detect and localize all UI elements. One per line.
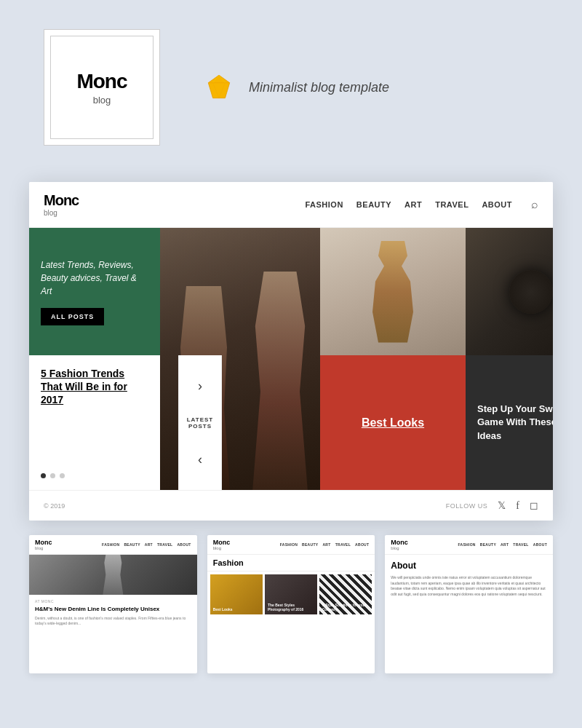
promo-cell: Latest Trends, Reviews, Beauty advices, …	[29, 228, 160, 355]
nav-item-beauty[interactable]: BEAUTY	[356, 200, 391, 209]
mini-logo-1: Monc blog	[35, 539, 52, 550]
promo-text: Latest Trends, Reviews, Beauty advices, …	[41, 258, 148, 298]
dark-figure	[466, 228, 553, 355]
mini-title-1: H&M's New Denim Line Is Completely Unise…	[35, 606, 191, 613]
mini-nav-3: Monc blog FASHION BEAUTY ART TRAVEL ABOU…	[385, 535, 553, 555]
latest-posts-overlay: › LATEST POSTS ‹	[178, 355, 222, 490]
article-content: 5 Fashion Trends That Will Be in for 201…	[41, 367, 148, 407]
search-icon[interactable]: ⌕	[531, 198, 538, 211]
top-section: Monc blog Minimalist blog template	[0, 0, 582, 175]
article-title[interactable]: 5 Fashion Trends That Will Be in for 201…	[41, 367, 148, 407]
article-cell: 5 Fashion Trends That Will Be in for 201…	[29, 355, 160, 490]
nav-item-art[interactable]: ART	[404, 200, 422, 209]
logo-brand: Monc	[76, 70, 127, 93]
bottom-screens: Monc blog FASHION BEAUTY ART TRAVEL ABOU…	[29, 535, 553, 673]
tagline-text: Minimalist blog template	[249, 80, 389, 95]
best-looks-cell[interactable]: Best Looks	[320, 355, 466, 490]
mini2-label-3: 6 Style Solutions for your Gateway	[322, 603, 369, 612]
hero-wrapper: Latest Trends, Reviews, Beauty advices, …	[29, 228, 553, 490]
tagline-section: Minimalist blog template	[204, 72, 389, 103]
mini2-card-2[interactable]: The Best Styles Photography of 2016	[265, 574, 317, 614]
mini3-title: About	[391, 561, 547, 571]
mini-screen-article: Monc blog FASHION BEAUTY ART TRAVEL ABOU…	[29, 535, 197, 673]
dot-2[interactable]	[50, 473, 55, 478]
all-posts-button[interactable]: ALL POSTS	[41, 308, 104, 325]
article-dots	[41, 473, 148, 478]
svg-marker-0	[208, 75, 229, 98]
mini3-body: We will perspiciatis unde omnis iste nat…	[391, 575, 547, 597]
sketch-icon	[204, 72, 234, 103]
mini-content-1: at Monc H&M's New Denim Line Is Complete…	[29, 595, 197, 630]
facebook-icon[interactable]: f	[516, 500, 519, 512]
dot-3[interactable]	[60, 473, 65, 478]
model-cell	[320, 228, 466, 355]
dot-1[interactable]	[41, 473, 46, 478]
sweater-cell: Step Up Your Sweater Game With These Out…	[466, 355, 553, 490]
model-silhouette	[364, 241, 422, 343]
copyright: © 2019	[44, 502, 65, 510]
twitter-icon[interactable]: 𝕏	[498, 499, 506, 512]
mini-hero-img	[29, 555, 197, 595]
nav-logo-area: Monc blog	[44, 192, 175, 217]
mini2-label-2: The Best Styles Photography of 2016	[268, 603, 314, 612]
mini-nav-2: Monc blog FASHION BEAUTY ART TRAVEL ABOU…	[207, 535, 375, 555]
mini-body-1: Denim, without a doubt, is one of fashio…	[35, 616, 191, 626]
dark-silhouette	[509, 270, 553, 314]
mini-logo-3: Monc blog	[391, 539, 408, 550]
logo-box: Monc blog	[44, 29, 160, 146]
mini2-grid: Best Looks The Best Styles Photography o…	[207, 571, 375, 617]
latest-posts-label: LATEST POSTS	[183, 416, 217, 430]
model-bg	[320, 228, 466, 355]
mini3-content: About We will perspiciatis unde omnis is…	[385, 555, 553, 603]
mini-screen-about: Monc blog FASHION BEAUTY ART TRAVEL ABOU…	[385, 535, 553, 673]
mini-label-1: at Monc	[35, 599, 191, 604]
nav-brand-sub: blog	[44, 209, 175, 217]
mini-screen-fashion: Monc blog FASHION BEAUTY ART TRAVEL ABOU…	[207, 535, 375, 673]
mini-cat-title: Fashion	[213, 558, 244, 567]
logo-sub: blog	[93, 95, 111, 106]
browser-mockup: Monc blog FASHION BEAUTY ART TRAVEL ABOU…	[29, 182, 553, 521]
nav-item-fashion[interactable]: FASHION	[305, 200, 343, 209]
next-arrow[interactable]: ›	[198, 379, 202, 394]
dark-photo-cell	[466, 228, 553, 355]
hero-grid: Latest Trends, Reviews, Beauty advices, …	[29, 228, 553, 490]
mini-logo-2: Monc blog	[213, 539, 231, 550]
prev-arrow[interactable]: ‹	[198, 452, 202, 467]
mini-nav-1: Monc blog FASHION BEAUTY ART TRAVEL ABOU…	[29, 535, 197, 555]
nav-links: FASHION BEAUTY ART TRAVEL ABOUT ⌕	[305, 198, 538, 211]
mini2-card-3[interactable]: 6 Style Solutions for your Gateway	[319, 574, 372, 614]
nav-item-travel[interactable]: TRAVEL	[435, 200, 469, 209]
navigation: Monc blog FASHION BEAUTY ART TRAVEL ABOU…	[29, 182, 553, 228]
mini2-header: Fashion	[207, 555, 375, 571]
nav-item-about[interactable]: ABOUT	[482, 200, 512, 209]
mini-nav-links-1: FASHION BEAUTY ART TRAVEL ABOUT	[102, 542, 191, 547]
best-looks-link[interactable]: Best Looks	[362, 416, 424, 430]
mini-hero-fig	[98, 555, 127, 595]
mini-nav-links-2: FASHION BEAUTY ART TRAVEL ABOUT	[280, 542, 370, 547]
mini2-label-1: Best Looks	[213, 607, 260, 612]
footer-social: FOLLOW US 𝕏 f ◻	[446, 499, 538, 512]
follow-label: FOLLOW US	[446, 502, 488, 510]
mini-nav-links-3: FASHION BEAUTY ART TRAVEL ABOUT	[458, 542, 547, 547]
mini2-card-1[interactable]: Best Looks	[210, 574, 263, 614]
browser-footer: © 2019 FOLLOW US 𝕏 f ◻	[29, 490, 553, 521]
sweater-text: Step Up Your Sweater Game With These Out…	[477, 403, 553, 443]
nav-brand: Monc	[44, 192, 175, 209]
instagram-icon[interactable]: ◻	[530, 499, 538, 512]
